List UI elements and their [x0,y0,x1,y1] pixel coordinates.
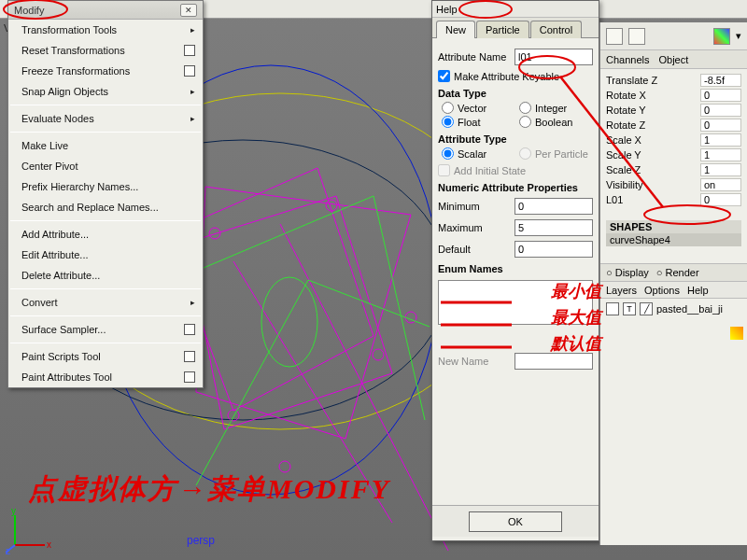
menu-item[interactable]: Freeze Transformations [8,61,203,81]
attr-value[interactable]: 0 [700,89,741,102]
radio-float[interactable]: Float [442,116,515,128]
tab-control[interactable]: Control [530,21,582,38]
data-type-title: Data Type [438,88,593,99]
svg-line-10 [280,224,448,551]
render-tab[interactable]: Render [656,267,699,278]
option-box-icon[interactable] [184,351,195,362]
help-menu[interactable]: Help [436,4,458,15]
new-name-input [514,353,593,370]
option-box-icon[interactable] [184,45,195,56]
channel-attr[interactable]: Rotate Z0 [606,118,741,133]
channel-attr[interactable]: Rotate Y0 [606,103,741,118]
submenu-arrow-icon: ▸ [190,298,195,307]
menu-item[interactable]: Edit Attribute... [8,245,203,265]
object-tab[interactable]: Object [658,54,688,65]
svg-point-3 [209,228,220,239]
channel-attr[interactable]: Scale X1 [606,133,741,147]
channel-box-toolbar: ▾ [600,22,747,50]
menu-separator [10,105,201,105]
display-tab[interactable]: Display [606,267,649,278]
enum-names-title: Enum Names [438,263,593,274]
channel-attr[interactable]: Scale Y1 [606,147,741,162]
menu-item[interactable]: Surface Sampler... [8,319,203,340]
channel-attr[interactable]: Scale Z1 [606,162,741,177]
svg-point-8 [279,461,290,472]
menu-separator [10,343,201,343]
ok-button[interactable]: OK [469,511,562,532]
menu-item[interactable]: Add Attribute... [8,224,203,245]
menu-item[interactable]: Center Pivot [8,156,203,176]
radio-boolean[interactable]: Boolean [519,116,593,128]
channel-attr[interactable]: L010 [606,192,741,207]
palette-icon[interactable] [730,327,743,340]
menu-item[interactable]: Snap Align Objects▸ [8,81,203,102]
attr-value[interactable]: 0 [700,193,741,206]
minimum-input[interactable] [514,198,593,215]
radio-integer[interactable]: Integer [519,102,593,114]
menu-item[interactable]: Delete Attribute... [8,265,203,286]
menu-item[interactable]: Paint Attributes Tool [8,367,203,387]
attr-value[interactable]: 1 [700,148,741,161]
option-box-icon[interactable] [184,65,195,77]
layer-editor-tabs: Display Render [600,263,747,282]
menu-item-label: Delete Attribute... [21,270,100,281]
default-input[interactable] [514,241,593,258]
menu-separator [10,132,201,133]
attr-name-input[interactable] [514,49,593,65]
menu-separator [10,315,201,316]
layers-menu[interactable]: Layers [606,285,637,296]
attr-value[interactable]: -8.5f [700,74,741,87]
attr-value[interactable]: on [700,178,741,191]
attr-name: Rotate Z [606,119,645,131]
radio-scalar[interactable]: Scalar [442,147,515,160]
radio-per-particle[interactable]: Per Particle [519,147,593,160]
menu-item[interactable]: Reset Transformations [8,40,203,61]
add-attribute-dialog: Help New Particle Control Attribute Name… [431,0,599,541]
channels-tab[interactable]: Channels [606,54,649,65]
channel-attr[interactable]: Translate Z-8.5f [606,73,741,88]
menu-item-label: Paint Scripts Tool [21,351,101,362]
layer-editor-menus: Layers Options Help [600,282,747,299]
tab-particle[interactable]: Particle [476,21,529,38]
option-box-icon[interactable] [184,324,195,335]
menu-item[interactable]: Prefix Hierarchy Names... [8,176,203,197]
menu-item-label: Search and Replace Names... [21,202,159,213]
svg-point-5 [373,349,384,360]
minimum-label: Minimum [438,201,514,212]
option-box-icon[interactable] [184,371,195,383]
menu-item[interactable]: Convert▸ [8,292,203,313]
enum-names-list[interactable] [438,280,593,325]
attr-value[interactable]: 1 [700,163,741,176]
menu-item[interactable]: Evaluate Nodes▸ [8,108,203,129]
menu-item-label: Add Attribute... [21,229,89,240]
attr-value[interactable]: 1 [700,133,741,147]
maximum-input[interactable] [514,219,593,236]
chevron-down-icon[interactable]: ▾ [736,30,741,42]
close-icon[interactable]: ✕ [180,4,197,17]
layer-ref-toggle[interactable]: ╱ [640,302,653,315]
layer-type-toggle[interactable]: T [623,302,636,315]
toolbar-icon[interactable] [628,28,645,45]
shape-name[interactable]: curveShape4 [606,233,741,246]
menu-item[interactable]: Search and Replace Names... [8,197,203,217]
numeric-props-title: Numeric Attribute Properties [438,182,593,193]
menu-item[interactable]: Transformation Tools▸ [8,20,203,40]
channel-attr[interactable]: Visibilityon [606,177,741,192]
layer-vis-toggle[interactable] [606,302,619,315]
options-menu[interactable]: Options [644,285,680,296]
menu-separator [10,220,201,221]
toolbar-icon[interactable] [713,28,730,45]
make-keyable-checkbox[interactable]: Make Attribute Keyable [438,70,514,82]
layer-row[interactable]: T ╱ pasted__bai_ji [600,299,747,319]
channel-attr[interactable]: Rotate X0 [606,88,741,103]
modify-menu-header[interactable]: Modify ✕ [8,1,203,20]
menu-item[interactable]: Paint Scripts Tool [8,346,203,367]
attr-value[interactable]: 0 [700,119,741,132]
help-menu[interactable]: Help [687,285,709,296]
menu-item[interactable]: Make Live [8,135,203,156]
tab-new[interactable]: New [436,21,475,38]
dialog-menubar[interactable]: Help [432,1,599,18]
toolbar-icon[interactable] [606,28,623,45]
radio-vector[interactable]: Vector [442,102,515,114]
attr-value[interactable]: 0 [700,104,741,117]
